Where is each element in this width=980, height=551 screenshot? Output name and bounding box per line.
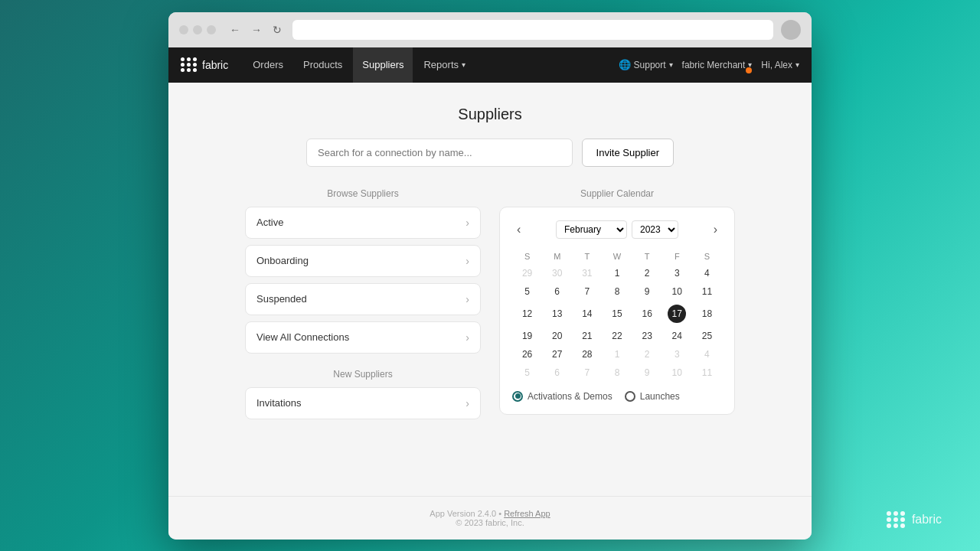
nav-logo[interactable]: fabric <box>181 57 228 72</box>
cal-day[interactable]: 11 <box>692 364 722 382</box>
view-all-connections-item[interactable]: View All Connections › <box>245 321 481 354</box>
cal-day[interactable]: 26 <box>512 345 542 364</box>
browse-suppliers-label: Browse Suppliers <box>245 188 481 199</box>
day-header-fri: F <box>662 249 692 264</box>
cal-day[interactable]: 27 <box>542 345 572 364</box>
calendar-header: ‹ January February March April May June … <box>512 220 722 240</box>
cal-day[interactable]: 9 <box>632 364 662 382</box>
cal-day[interactable]: 11 <box>692 282 722 301</box>
traffic-light-minimize[interactable] <box>193 25 202 34</box>
table-row: 5 6 7 8 9 10 11 <box>512 282 722 301</box>
cal-day[interactable]: 16 <box>632 301 662 327</box>
cal-day[interactable]: 12 <box>512 301 542 327</box>
cal-year-select[interactable]: 2022 2023 2024 <box>632 220 678 239</box>
active-chevron-icon: › <box>466 217 469 229</box>
new-suppliers-label: New Suppliers <box>245 369 481 380</box>
suspended-item[interactable]: Suspended › <box>245 283 481 315</box>
cal-day[interactable]: 2 <box>632 345 662 364</box>
cal-day[interactable]: 10 <box>662 282 692 301</box>
invite-supplier-button[interactable]: Invite Supplier <box>582 139 674 167</box>
cal-day[interactable]: 22 <box>602 327 632 345</box>
cal-day[interactable]: 6 <box>542 364 572 382</box>
cal-day[interactable]: 5 <box>512 282 542 301</box>
cal-next-button[interactable]: › <box>709 220 722 240</box>
activations-demos-radio[interactable]: Activations & Demos <box>512 391 612 402</box>
cal-day[interactable]: 9 <box>632 282 662 301</box>
traffic-lights <box>179 25 216 34</box>
cal-day[interactable]: 24 <box>662 327 692 345</box>
search-input[interactable] <box>306 139 573 167</box>
nav-link-reports[interactable]: Reports ▾ <box>414 47 475 83</box>
app-footer: App Version 2.4.0 • Refresh App © 2023 f… <box>168 496 812 540</box>
footer-refresh-link[interactable]: Refresh App <box>504 509 550 518</box>
cal-day[interactable]: 20 <box>542 327 572 345</box>
cal-day[interactable]: 7 <box>572 282 602 301</box>
address-bar[interactable] <box>292 20 773 40</box>
back-button[interactable]: ← <box>227 22 243 37</box>
page-title: Suppliers <box>199 106 781 123</box>
traffic-light-close[interactable] <box>179 25 188 34</box>
user-dropdown-icon: ▾ <box>795 60 799 69</box>
cal-day[interactable]: 28 <box>572 345 602 364</box>
invitations-item[interactable]: Invitations › <box>245 387 481 419</box>
cal-day[interactable]: 4 <box>692 345 722 364</box>
cal-day[interactable]: 10 <box>662 364 692 382</box>
cal-month-year: January February March April May June Ju… <box>556 220 678 239</box>
reports-dropdown-icon: ▾ <box>462 60 466 69</box>
logo-dots-icon <box>181 57 198 72</box>
cal-day[interactable]: 15 <box>602 301 632 327</box>
nav-link-orders[interactable]: Orders <box>243 47 292 83</box>
active-item[interactable]: Active › <box>245 207 481 239</box>
cal-day[interactable]: 1 <box>602 345 632 364</box>
cal-day[interactable]: 29 <box>512 264 542 282</box>
cal-day[interactable]: 8 <box>602 364 632 382</box>
cal-prev-button[interactable]: ‹ <box>512 220 525 240</box>
launches-radio[interactable]: Launches <box>625 391 680 402</box>
two-column-layout: Browse Suppliers Active › Onboarding › S… <box>245 188 735 419</box>
cal-day[interactable]: 18 <box>692 301 722 327</box>
calendar-label: Supplier Calendar <box>499 188 735 199</box>
footer-version-row: App Version 2.4.0 • Refresh App <box>181 509 799 518</box>
cal-day[interactable]: 14 <box>572 301 602 327</box>
cal-month-select[interactable]: January February March April May June Ju… <box>556 220 627 239</box>
cal-day[interactable]: 19 <box>512 327 542 345</box>
cal-day[interactable]: 5 <box>512 364 542 382</box>
notification-dot <box>746 67 752 73</box>
calendar-panel: Supplier Calendar ‹ January February Mar… <box>499 188 735 419</box>
cal-day[interactable]: 25 <box>692 327 722 345</box>
support-button[interactable]: 🌐 Support ▾ <box>619 59 673 70</box>
invitations-chevron-icon: › <box>466 397 469 409</box>
cal-day[interactable]: 21 <box>572 327 602 345</box>
user-button[interactable]: Hi, Alex ▾ <box>761 60 799 70</box>
day-header-sat: S <box>692 249 722 264</box>
cal-day[interactable]: 4 <box>692 264 722 282</box>
nav-links: Orders Products Suppliers Reports ▾ <box>243 47 618 83</box>
calendar-card: ‹ January February March April May June … <box>499 207 735 415</box>
forward-button[interactable]: → <box>248 22 265 37</box>
cal-day-today[interactable]: 17 <box>662 301 692 327</box>
merchant-button[interactable]: fabric Merchant ▾ <box>682 60 753 70</box>
nav-link-suppliers[interactable]: Suppliers <box>353 47 413 83</box>
radio-inner-dot <box>515 393 521 399</box>
cal-day[interactable]: 30 <box>542 264 572 282</box>
onboarding-item[interactable]: Onboarding › <box>245 245 481 277</box>
cal-day[interactable]: 6 <box>542 282 572 301</box>
table-row: 26 27 28 1 2 3 4 <box>512 345 722 364</box>
refresh-button[interactable]: ↻ <box>270 22 285 37</box>
cal-day[interactable]: 2 <box>632 264 662 282</box>
cal-day[interactable]: 1 <box>602 264 632 282</box>
cal-day[interactable]: 3 <box>662 345 692 364</box>
logo-text: fabric <box>202 59 228 71</box>
browse-suppliers-list: Active › Onboarding › Suspended › View A… <box>245 207 481 354</box>
cal-day[interactable]: 7 <box>572 364 602 382</box>
cal-day[interactable]: 31 <box>572 264 602 282</box>
traffic-light-maximize[interactable] <box>207 25 216 34</box>
cal-day[interactable]: 8 <box>602 282 632 301</box>
cal-day[interactable]: 23 <box>632 327 662 345</box>
cal-day[interactable]: 3 <box>662 264 692 282</box>
search-row: Invite Supplier <box>306 139 674 167</box>
cal-day[interactable]: 13 <box>542 301 572 327</box>
suspended-chevron-icon: › <box>466 293 469 305</box>
corner-logo-text: fabric <box>912 513 942 527</box>
nav-link-products[interactable]: Products <box>294 47 351 83</box>
